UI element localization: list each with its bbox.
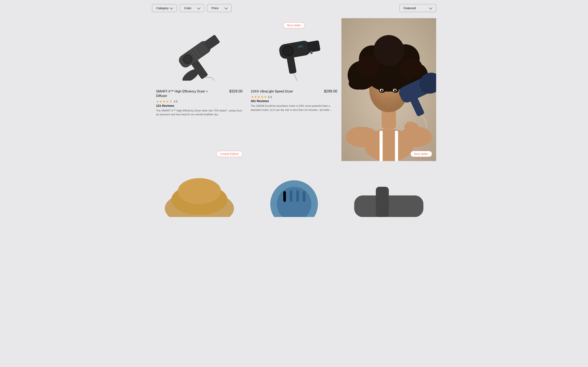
product-grid: SMART-X™ High Efficiency Dryer + Diffuse…	[152, 18, 436, 161]
sort-chevron-icon	[429, 6, 432, 9]
product-price-smart-x: $329.00	[229, 89, 242, 93]
svg-point-41	[381, 89, 383, 92]
bottom-product-image-3	[346, 165, 432, 270]
bottom-product-3[interactable]	[341, 161, 436, 274]
category-chevron-icon	[170, 6, 173, 9]
limited-edition-badge[interactable]: Limited Edition	[216, 151, 243, 157]
product-info-10x: 10X® UltraLight Speed Dryer $299.00 ★ ★ …	[251, 87, 337, 112]
category-label: Category	[156, 6, 169, 10]
svg-rect-61	[283, 191, 286, 202]
hero-model-card[interactable]: Best Seller	[341, 18, 436, 161]
svg-rect-11	[307, 40, 320, 53]
product-card-10x[interactable]: Best Seller	[247, 18, 341, 161]
rating-row-2: ★ ★ ★ ★ ★ 4.9	[251, 95, 337, 99]
category-filter[interactable]: Category	[152, 4, 177, 12]
best-seller-badge-hero[interactable]: Best Seller	[410, 151, 432, 157]
filter-group-left: Category Color Price	[152, 4, 232, 12]
svg-point-35	[348, 77, 367, 90]
star-10x-2: ★	[254, 95, 257, 99]
sort-label: Featured	[404, 6, 428, 10]
bottom-product-row	[152, 161, 436, 274]
product-price-10x: $299.00	[324, 89, 337, 93]
svg-rect-66	[376, 187, 389, 217]
price-filter[interactable]: Price	[207, 4, 232, 12]
star-2: ★	[159, 100, 162, 103]
product-image-10x: 10X	[251, 22, 337, 87]
product-image-placeholder-1	[156, 22, 243, 87]
svg-point-58	[178, 178, 221, 204]
svg-rect-55	[412, 121, 413, 125]
product-description-1: The SMART-X™ High Efficiency Dryer dries…	[156, 108, 243, 117]
sort-filter[interactable]: Featured	[399, 4, 436, 12]
star-5: ⯨	[169, 100, 173, 103]
star-10x-4: ★	[261, 95, 264, 99]
price-chevron-icon	[224, 6, 228, 9]
svg-rect-12	[287, 56, 297, 74]
svg-point-21	[346, 127, 378, 147]
filter-bar: Category Color Price Featured	[152, 0, 436, 16]
color-label: Color	[184, 6, 196, 10]
product-description-2: The 1800W EcoDrive brushless motor is 50…	[251, 104, 337, 112]
bottom-product-image-2	[251, 165, 337, 270]
svg-rect-24	[395, 131, 398, 161]
svg-rect-53	[407, 121, 408, 125]
star-1: ★	[156, 100, 159, 103]
svg-rect-62	[290, 190, 292, 202]
product-image-placeholder-2: 10X	[251, 22, 337, 87]
rating-number-2: 4.9	[268, 95, 272, 99]
product-title-smart-x: SMART-X™ High Efficiency Dryer + Diffuse…	[156, 89, 213, 98]
product-title-10x: 10X® UltraLight Speed Dryer	[251, 89, 293, 94]
review-count-1: 131 Reviews	[156, 104, 243, 107]
bottom-product-2[interactable]	[247, 161, 341, 274]
svg-rect-64	[303, 191, 305, 202]
product-title-row-2: 10X® UltraLight Speed Dryer $299.00	[251, 89, 337, 94]
stars-smart-x: ★ ★ ★ ★ ⯨	[156, 100, 173, 103]
star-10x-3: ★	[257, 95, 260, 99]
color-chevron-icon	[197, 6, 201, 9]
svg-rect-23	[379, 131, 382, 161]
product-title-row-1: SMART-X™ High Efficiency Dryer + Diffuse…	[156, 89, 243, 98]
stars-10x: ★ ★ ★ ★ ★	[251, 95, 267, 99]
bottom-product-1[interactable]	[152, 161, 247, 274]
product-info-smart-x: SMART-X™ High Efficiency Dryer + Diffuse…	[156, 87, 243, 117]
star-4: ★	[166, 100, 169, 103]
product-card-smart-x[interactable]: SMART-X™ High Efficiency Dryer + Diffuse…	[152, 18, 247, 161]
bottom-product-image-1	[156, 165, 243, 270]
review-count-2: 301 Reviews	[251, 99, 337, 103]
product-image-smart-x	[156, 22, 243, 87]
rating-number-1: 4.6	[174, 100, 178, 103]
svg-point-42	[394, 89, 396, 92]
color-filter[interactable]: Color	[180, 4, 204, 12]
star-10x-5: ★	[264, 95, 267, 99]
svg-point-33	[357, 56, 379, 78]
star-3: ★	[163, 100, 166, 103]
star-10x-1: ★	[251, 95, 254, 99]
rating-row-1: ★ ★ ★ ★ ⯨ 4.6	[156, 100, 243, 103]
price-label: Price	[211, 6, 223, 10]
svg-rect-63	[296, 190, 299, 202]
svg-rect-54	[409, 121, 411, 125]
filter-group-right: Featured	[399, 4, 436, 12]
